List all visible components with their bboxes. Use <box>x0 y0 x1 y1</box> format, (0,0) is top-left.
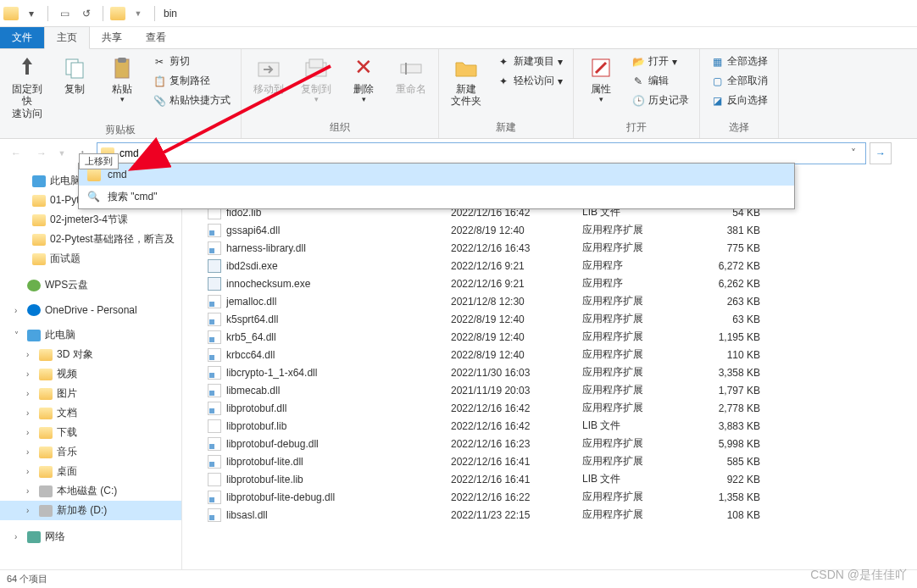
tree-item[interactable]: ›视频 <box>0 364 181 384</box>
file-row[interactable]: libprotobuf-debug.dll2022/12/16 16:23应用程… <box>182 435 917 452</box>
copy-button[interactable]: 复制 <box>54 53 95 97</box>
tree-label: 02-jmeter3-4节课 <box>50 213 128 227</box>
edit-button[interactable]: ✎编辑 <box>628 72 692 90</box>
expand-icon[interactable]: › <box>26 447 35 457</box>
ribbon-group-new: 新建 文件夹 ✦新建项目 ▾ ✦轻松访问 ▾ 新建 <box>439 49 574 138</box>
pc-icon <box>32 175 46 187</box>
go-button[interactable]: → <box>870 142 892 164</box>
address-bar[interactable]: ˅ <box>97 142 866 164</box>
paste-button[interactable]: 粘贴▾ <box>102 53 142 106</box>
tree-item[interactable]: ›文档 <box>0 403 181 423</box>
pasteshortcut-button[interactable]: 📎粘贴快捷方式 <box>149 92 234 109</box>
expand-icon[interactable]: › <box>26 486 35 496</box>
copypath-button[interactable]: 📋复制路径 <box>149 72 234 90</box>
expand-icon[interactable]: › <box>26 467 35 476</box>
file-name: libprotobuf-lite.dll <box>226 456 451 468</box>
delete-button[interactable]: ✕删除▾ <box>343 53 384 106</box>
nav-forward-button[interactable]: → <box>31 142 53 164</box>
tab-file[interactable]: 文件 <box>0 27 44 48</box>
folder-icon <box>32 214 46 226</box>
expand-icon[interactable]: › <box>26 389 35 398</box>
tree-item[interactable]: ˅此电脑 <box>0 325 181 345</box>
qat-dropdown[interactable]: ▾ <box>22 4 41 23</box>
tree-item[interactable]: 02-Pytest基础路径，断言及 <box>0 230 181 249</box>
history-button[interactable]: 🕒历史记录 <box>628 92 692 109</box>
cut-button[interactable]: ✂剪切 <box>149 53 234 70</box>
expand-icon[interactable]: › <box>14 532 23 541</box>
file-row[interactable]: libprotobuf-lite-debug.dll2022/12/16 16:… <box>182 488 917 506</box>
tree-item[interactable]: ›OneDrive - Personal <box>0 302 181 319</box>
file-row[interactable]: k5sprt64.dll2022/8/19 12:40应用程序扩展63 KB <box>182 310 917 328</box>
expand-icon[interactable]: › <box>14 306 23 315</box>
moveto-button[interactable]: 移动到▾ <box>248 53 289 106</box>
newitem-button[interactable]: ✦新建项目 ▾ <box>493 53 566 70</box>
address-dropdown-button[interactable]: ˅ <box>845 147 862 159</box>
pin-button[interactable]: 固定到快 速访问 <box>7 53 47 121</box>
tree-item[interactable]: ›图片 <box>0 384 181 403</box>
properties-button[interactable]: 属性▾ <box>581 53 621 106</box>
file-date: 2022/11/30 16:03 <box>451 367 582 379</box>
group-label-open: 打开 <box>581 119 692 136</box>
file-row[interactable]: libprotobuf-lite.lib2022/12/16 16:41LIB … <box>182 470 917 488</box>
expand-icon[interactable]: › <box>26 506 35 515</box>
file-row[interactable]: libprotobuf.lib2022/12/16 16:42LIB 文件3,8… <box>182 417 917 435</box>
tree-item[interactable]: WPS云盘 <box>0 275 181 295</box>
suggestion-item[interactable]: cmd <box>79 164 794 186</box>
tab-view[interactable]: 查看 <box>134 27 178 48</box>
tree-item[interactable]: 02-jmeter3-4节课 <box>0 210 181 230</box>
open-button[interactable]: 📂打开 ▾ <box>628 53 692 70</box>
ribbon-group-clipboard: 固定到快 速访问 复制 粘贴▾ ✂剪切 📋复制路径 📎粘贴快捷方式 剪贴板 <box>0 49 242 138</box>
tab-share[interactable]: 共享 <box>90 27 134 48</box>
nav-back-button[interactable]: ← <box>5 142 27 164</box>
expand-icon[interactable]: › <box>26 350 35 359</box>
title-dropdown[interactable]: ▼ <box>129 4 147 23</box>
dll-icon <box>208 455 221 469</box>
tree-item[interactable]: ›下载 <box>0 423 181 442</box>
tab-home[interactable]: 主页 <box>44 26 90 49</box>
copyto-button[interactable]: 复制到▾ <box>296 53 336 106</box>
file-row[interactable]: jemalloc.dll2021/12/8 12:30应用程序扩展263 KB <box>182 292 917 310</box>
selectall-button[interactable]: ▦全部选择 <box>707 53 771 70</box>
easyaccess-button[interactable]: ✦轻松访问 ▾ <box>493 72 566 90</box>
nav-tree[interactable]: 此电脑01-Pytest插件02-jmeter3-4节课02-Pytest基础路… <box>0 168 182 569</box>
file-row[interactable]: libcrypto-1_1-x64.dll2022/11/30 16:03应用程… <box>182 363 917 381</box>
tree-label: WPS云盘 <box>45 278 88 292</box>
address-input[interactable] <box>119 147 845 159</box>
expand-icon[interactable]: ˅ <box>14 330 23 340</box>
suggestion-item[interactable]: 🔍搜索 "cmd" <box>79 186 794 208</box>
file-row[interactable]: krb5_64.dll2022/8/19 12:40应用程序扩展1,195 KB <box>182 328 917 346</box>
newfolder-button[interactable]: 新建 文件夹 <box>446 53 486 109</box>
file-row[interactable]: gssapi64.dll2022/8/19 12:40应用程序扩展381 KB <box>182 221 917 239</box>
tree-item[interactable]: 面试题 <box>0 249 181 269</box>
tree-item[interactable]: ›音乐 <box>0 442 181 462</box>
expand-icon[interactable]: › <box>26 408 35 418</box>
expand-icon[interactable]: › <box>26 369 35 379</box>
invert-button[interactable]: ◪反向选择 <box>707 92 771 109</box>
rename-button[interactable]: 重命名 <box>391 53 431 97</box>
nav-recent-dropdown[interactable]: ▼ <box>56 142 68 164</box>
qat-restore-icon[interactable]: ↺ <box>77 4 96 23</box>
tree-item[interactable]: ›3D 对象 <box>0 345 181 364</box>
tree-item[interactable]: ›桌面 <box>0 462 181 481</box>
file-row[interactable]: harness-library.dll2022/12/16 16:43应用程序扩… <box>182 239 917 257</box>
file-size: 2,778 KB <box>692 402 769 414</box>
file-list[interactable]: comerr64.dll2022/8/19 12:40应用程序扩展16 KBfi… <box>182 168 917 569</box>
tree-item[interactable]: ›新加卷 (D:) <box>0 501 181 520</box>
file-size: 1,358 KB <box>692 491 769 503</box>
expand-icon[interactable]: › <box>26 428 35 437</box>
dll-icon <box>208 313 221 326</box>
qat-properties-icon[interactable]: ▭ <box>55 4 74 23</box>
file-row[interactable]: libmecab.dll2021/11/19 20:03应用程序扩展1,797 … <box>182 381 917 399</box>
selectnone-button[interactable]: ▢全部取消 <box>707 72 771 90</box>
file-row[interactable]: libprotobuf-lite.dll2022/12/16 16:41应用程序… <box>182 452 917 470</box>
tree-item[interactable]: ›网络 <box>0 527 181 546</box>
app-folder-icon <box>3 7 19 20</box>
file-date: 2022/8/19 12:40 <box>451 225 582 236</box>
file-row[interactable]: krbcc64.dll2022/8/19 12:40应用程序扩展110 KB <box>182 346 917 363</box>
file-row[interactable]: libprotobuf.dll2022/12/16 16:42应用程序扩展2,7… <box>182 399 917 417</box>
file-row[interactable]: ibd2sdi.exe2022/12/16 9:21应用程序6,272 KB <box>182 257 917 275</box>
drive-icon <box>39 505 53 517</box>
tree-item[interactable]: ›本地磁盘 (C:) <box>0 481 181 501</box>
file-row[interactable]: libsasl.dll2022/11/23 22:15应用程序扩展108 KB <box>182 506 917 524</box>
file-row[interactable]: innochecksum.exe2022/12/16 9:21应用程序6,262… <box>182 275 917 292</box>
